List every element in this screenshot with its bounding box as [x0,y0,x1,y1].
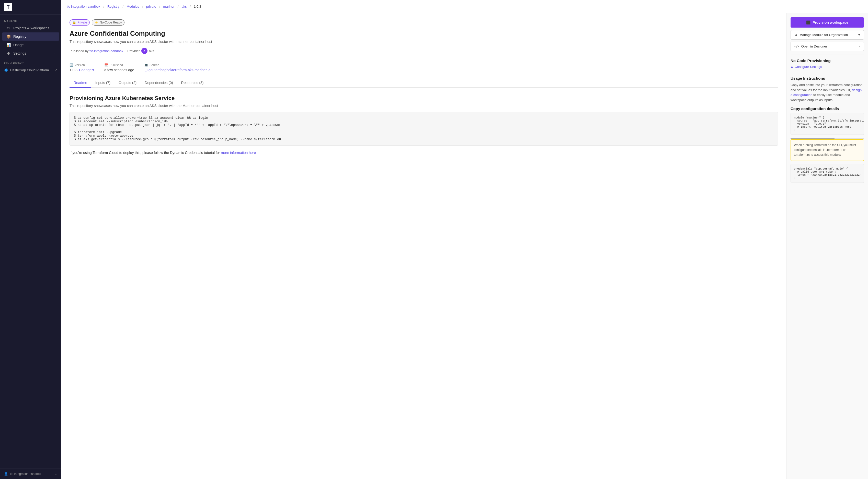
version-icon: 🔄 [69,63,73,67]
manage-module-dropdown-left: ⚙ Manage Module for Organization [795,33,848,37]
published-icon: 📅 [104,63,108,67]
module-title: Azure Confidential Computing [69,30,778,38]
sidebar-item-usage-label: Usage [13,43,24,47]
tab-outputs[interactable]: Outputs (2) [115,78,141,88]
breadcrumb-sep-3: / [142,5,143,8]
main-wrapper: tfc-integration-sandbox / Registry / Mod… [61,0,868,479]
footer-org-name: tfc-integration-sandbox [10,472,41,476]
readme-section-title: Provisioning Azure Kubernetes Service [69,95,778,102]
usage-instructions-title: Usage Instructions [790,76,864,80]
manage-module-dropdown[interactable]: ⚙ Manage Module for Organization ▾ [790,30,864,40]
breadcrumb-org[interactable]: tfc-integration-sandbox [66,5,100,8]
copy-config-title: Copy configuration details [790,106,864,111]
provider-info: Provider A aks [127,48,154,54]
settings-icon: ⚙ [6,51,11,56]
sidebar-item-usage[interactable]: 📊 Usage [2,41,59,49]
open-designer-dropdown-left: </> Open in Designer [795,44,827,48]
usage-text: Copy and paste into your Terraform confi… [790,82,864,102]
module-content: 🔒 Private ⚡ No-Code Ready Azure Confiden… [61,13,786,479]
sidebar: T Manage 🗂 Projects & workspaces 📦 Regis… [0,0,61,479]
cli-info-box: When running Terraform on the CLI, you m… [790,139,864,161]
readme-code-block: $ az config set core.allow_broker=true &… [69,112,778,145]
tab-readme[interactable]: Readme [69,78,91,88]
source-link[interactable]: ⬡ gautambaghel/terraform-aks-mariner ↗ [145,68,211,72]
breadcrumb-modules[interactable]: Modules [126,5,139,8]
gear-icon: ⚙ [795,33,798,37]
sidebar-item-settings[interactable]: ⚙ Settings › [2,49,59,58]
badges-container: 🔒 Private ⚡ No-Code Ready [69,20,778,26]
sidebar-header: T [0,0,61,14]
projects-icon: 🗂 [6,26,11,30]
private-badge-label: Private [78,21,87,24]
sidebar-item-registry-label: Registry [13,34,26,39]
credentials-code-block: credentials "app.terraform.io" { # valid… [790,164,864,183]
breadcrumb-sep-5: / [178,5,179,8]
sidebar-item-projects-label: Projects & workspaces [13,26,50,30]
breadcrumb-version: 1.0.3 [194,5,201,8]
lock-icon: 🔒 [72,21,76,24]
readme-section-desc: This repository showcases how you can cr… [69,104,778,108]
breadcrumb-sep-4: / [159,5,160,8]
readme-info-text: If you're using Terraform Cloud to deplo… [69,151,778,155]
hashicorp-label: HashiCorp Cloud Platform [10,68,49,72]
version-label: 🔄 Version [69,63,94,67]
provider-name: aks [149,49,154,53]
divider-2 [790,72,864,72]
more-info-link[interactable]: more information here [221,151,256,155]
topbar: tfc-integration-sandbox / Registry / Mod… [61,0,868,13]
version-block: 🔄 Version 1.0.3 Change ▾ [69,63,94,72]
chevron-right-icon: › [859,44,860,48]
provision-workspace-button[interactable]: ⬛ Provision workspace [790,18,864,28]
breadcrumb-aks[interactable]: aks [182,5,187,8]
sidebar-item-hashicorp[interactable]: 🔷 HashiCorp Cloud Platform ↗ [0,66,61,74]
readme-section: Provisioning Azure Kubernetes Service Th… [69,95,778,155]
tab-dependencies[interactable]: Dependencies (0) [141,78,177,88]
provider-avatar: A [141,48,148,54]
open-designer-dropdown[interactable]: </> Open in Designer › [790,42,864,51]
sidebar-item-registry[interactable]: 📦 Registry [2,32,59,41]
provision-icon: ⬛ [806,21,810,25]
sidebar-footer: 👤 tfc-integration-sandbox ⬦ [0,469,61,479]
configure-settings-link[interactable]: ⚙ Configure Settings [790,65,864,69]
nocode-badge: ⚡ No-Code Ready [92,20,124,26]
published-value: a few seconds ago [104,68,134,72]
breadcrumb-sep-2: / [123,5,124,8]
nocode-badge-label: No-Code Ready [100,21,122,24]
version-change-link[interactable]: Change ▾ [79,68,94,72]
user-icon: 👤 [4,472,8,476]
cloud-platform-label: Cloud Platform [0,60,61,66]
code-icon: </> [795,44,799,48]
tab-resources[interactable]: Resources (3) [177,78,208,88]
published-by-link[interactable]: tfc-integration-sandbox [89,49,123,53]
usage-icon: 📊 [6,43,11,47]
module-meta: Published by tfc-integration-sandbox Pro… [69,48,778,58]
footer-diamond-icon[interactable]: ⬦ [55,472,57,476]
source-block: 💻 Source ⬡ gautambaghel/terraform-aks-ma… [145,63,211,72]
sidebar-item-settings-label: Settings [13,51,26,56]
tabs-container: Readme Inputs (7) Outputs (2) Dependenci… [69,78,778,88]
sidebar-item-projects[interactable]: 🗂 Projects & workspaces [2,24,59,32]
right-panel: ⬛ Provision workspace ⚙ Manage Module fo… [786,13,868,479]
tab-inputs[interactable]: Inputs (7) [91,78,115,88]
breadcrumb-private[interactable]: private [146,5,156,8]
hashicorp-icon: 🔷 [4,68,8,72]
breadcrumb-sep-6: / [190,5,191,8]
version-value: 1.0.3 Change ▾ [69,68,94,72]
chevron-down-icon: ▾ [92,68,94,72]
external-link-icon: ↗ [55,68,57,72]
divider-1 [790,54,864,55]
sidebar-nav: Manage 🗂 Projects & workspaces 📦 Registr… [0,14,61,469]
app-logo[interactable]: T [4,3,12,11]
github-icon: ⬡ [145,68,148,72]
module-description: This repository showcases how you can cr… [69,40,778,44]
config-code-block: module "mariner" { source = "app.terrafo… [790,113,864,135]
content-area: 🔒 Private ⚡ No-Code Ready Azure Confiden… [61,13,868,479]
info-row: 🔄 Version 1.0.3 Change ▾ 📅 Publish [69,63,778,72]
breadcrumb-registry[interactable]: Registry [107,5,120,8]
breadcrumb-mariner[interactable]: mariner [163,5,175,8]
published-block: 📅 Published a few seconds ago [104,63,134,72]
published-label: 📅 Published [104,63,134,67]
registry-icon: 📦 [6,34,11,39]
breadcrumb-sep-1: / [103,5,104,8]
chevron-down-icon: ▾ [858,33,860,37]
